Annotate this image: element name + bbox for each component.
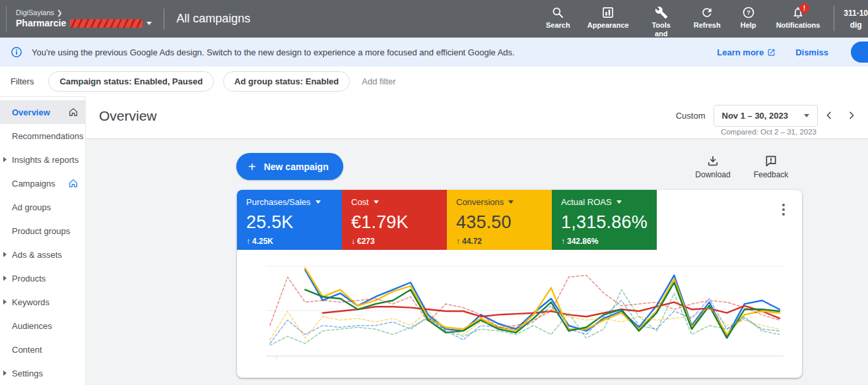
external-link-icon — [767, 48, 776, 57]
refresh-button[interactable]: Refresh — [685, 6, 729, 30]
account-id-block[interactable]: 311-10 dig — [834, 6, 868, 31]
app-header: DigiSayians ❯ Pharmarcie All campaigns S… — [0, 0, 868, 38]
metric-value: 1,315.86% — [561, 212, 648, 233]
filter-chip-ad-group-status[interactable]: Ad group status: Enabled — [223, 71, 350, 92]
expand-arrow-icon — [3, 157, 7, 162]
account-id: 311-10 — [844, 7, 868, 19]
metric-tile-purchases-sales[interactable]: Purchases/Sales 25.5K ↑4.25K — [237, 190, 342, 250]
refresh-icon — [700, 6, 714, 19]
sidebar-item-settings[interactable]: Settings — [0, 361, 85, 385]
metric-value: 435.50 — [456, 212, 543, 233]
feedback-icon — [764, 154, 778, 167]
new-campaign-button[interactable]: + New campaign — [236, 153, 343, 180]
sidebar-item-product-groups[interactable]: Product groups — [0, 219, 85, 243]
filter-chip-campaign-status[interactable]: Campaign status: Enabled, Paused — [48, 71, 214, 92]
next-period-button[interactable] — [840, 104, 863, 127]
design-switch-banner: You're using the previous Google Ads des… — [0, 38, 868, 67]
wrench-icon — [655, 6, 668, 19]
sidebar-item-recommendations[interactable]: Recommendations — [0, 124, 85, 148]
download-icon — [706, 154, 719, 167]
search-button[interactable]: Search — [537, 6, 579, 30]
left-navigation: Overview Recommendations Insights & repo… — [0, 96, 86, 385]
metric-value: 25.5K — [246, 212, 333, 233]
search-icon — [551, 6, 564, 19]
expand-arrow-icon — [3, 370, 7, 376]
sidebar-item-content[interactable]: Content — [0, 338, 85, 361]
banner-message: You're using the previous Google Ads des… — [32, 47, 515, 57]
previous-period-button[interactable] — [818, 104, 840, 127]
metric-caret-icon — [617, 200, 622, 204]
switch-now-button-partial[interactable] — [851, 42, 868, 63]
compared-period-label: Compared: Oct 2 – 31, 2023 — [721, 128, 817, 136]
header-page-title: All campaigns — [176, 12, 250, 26]
performance-card: Purchases/Sales 25.5K ↑4.25K Cost €1.79K… — [237, 190, 802, 378]
sidebar-item-ad-groups[interactable]: Ad groups — [0, 195, 85, 219]
delta-arrow-icon: ↓ — [351, 237, 355, 246]
sidebar-item-keywords[interactable]: Keywords — [0, 290, 85, 314]
metric-tiles: Purchases/Sales 25.5K ↑4.25K Cost €1.79K… — [237, 190, 802, 250]
breadcrumb-chevron-icon: ❯ — [57, 9, 62, 18]
header-divider — [164, 9, 164, 30]
filters-bar: Filters Campaign status: Enabled, Paused… — [0, 67, 868, 96]
add-filter-button[interactable]: Add filter — [362, 76, 395, 86]
account-breadcrumb[interactable]: DigiSayians ❯ Pharmarcie — [16, 9, 152, 29]
overview-chart-container — [266, 262, 784, 360]
sidebar-item-overview[interactable]: Overview — [0, 100, 85, 124]
breadcrumb-root[interactable]: DigiSayians — [16, 9, 54, 18]
overview-content: + New campaign Download Feedback Purchas… — [86, 139, 868, 385]
metric-caret-icon — [316, 200, 321, 204]
notification-badge: ! — [799, 3, 809, 13]
notifications-button[interactable]: ! Notifications — [768, 6, 829, 30]
metric-value: €1.79K — [351, 212, 438, 233]
expand-arrow-icon — [3, 276, 7, 281]
appearance-button[interactable]: Appearance — [579, 6, 638, 30]
sidebar-item-insights-reports[interactable]: Insights & reports — [0, 148, 85, 171]
date-range-type: Custom — [676, 111, 706, 121]
account-login: dig — [844, 19, 868, 31]
account-caret-icon — [147, 22, 152, 25]
date-caret-icon — [804, 114, 809, 117]
sidebar-item-campaigns[interactable]: Campaigns — [0, 171, 85, 195]
expand-arrow-icon — [3, 299, 7, 305]
delta-arrow-icon: ↑ — [561, 237, 565, 246]
help-button[interactable]: ? Help — [729, 6, 768, 30]
content-header: Overview Custom Nov 1 – 30, 2023 Compare… — [86, 96, 868, 139]
delta-arrow-icon: ↑ — [456, 237, 460, 246]
home-icon — [68, 107, 79, 117]
svg-text:?: ? — [747, 9, 751, 16]
appearance-icon — [601, 6, 615, 19]
download-button[interactable]: Download — [692, 154, 733, 179]
bell-icon: ! — [791, 6, 805, 19]
delta-arrow-icon: ↑ — [246, 237, 250, 246]
info-icon — [11, 46, 22, 58]
metric-tile-actual-roas[interactable]: Actual ROAS 1,315.86% ↑342.86% — [552, 190, 657, 250]
overview-chart[interactable] — [266, 262, 784, 360]
sidebar-item-products[interactable]: Products — [0, 266, 85, 290]
filters-label: Filters — [11, 76, 34, 86]
home-icon-blue — [68, 178, 79, 189]
metric-caret-icon — [374, 200, 379, 204]
redacted-account-id — [70, 19, 143, 28]
metric-tile-cost[interactable]: Cost €1.79K ↓€273 — [342, 190, 447, 250]
expand-arrow-icon — [3, 252, 7, 257]
sidebar-item-audiences[interactable]: Audiences — [0, 314, 85, 338]
card-more-options-button[interactable] — [776, 202, 791, 218]
sidebar-item-ads-assets[interactable]: Ads & assets — [0, 243, 85, 266]
page-title: Overview — [99, 108, 157, 124]
account-name[interactable]: Pharmarcie — [16, 18, 66, 30]
date-range-selector[interactable]: Nov 1 – 30, 2023 — [714, 105, 818, 127]
metric-tile-conversions[interactable]: Conversions 435.50 ↑44.72 — [447, 190, 552, 250]
help-icon: ? — [742, 6, 755, 19]
learn-more-link[interactable]: Learn more — [717, 47, 776, 57]
dismiss-button[interactable]: Dismiss — [795, 47, 828, 57]
feedback-button[interactable]: Feedback — [751, 154, 791, 179]
plus-icon: + — [248, 160, 256, 173]
metric-caret-icon — [508, 200, 514, 204]
